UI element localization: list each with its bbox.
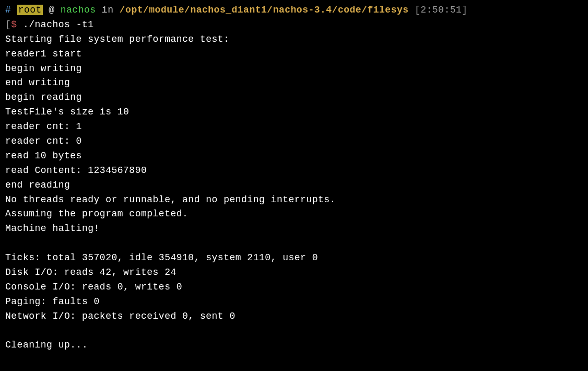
output-line: No threads ready or runnable, and no pen…: [5, 193, 583, 207]
command-dollar: $: [11, 19, 17, 30]
prompt-hash: #: [5, 5, 11, 15]
output-line: end writing: [5, 76, 583, 90]
command-line: [$ ./nachos -t1: [5, 18, 583, 32]
output-line: TestFile's size is 10: [5, 105, 583, 120]
prompt-in: in: [96, 5, 120, 15]
output-line: Machine halting!: [5, 222, 583, 236]
output-line: reader cnt: 0: [5, 134, 583, 149]
output-line: begin reading: [5, 90, 583, 105]
output-line: Network I/O: packets received 0, sent 0: [5, 309, 583, 324]
output-line: [5, 236, 583, 251]
output-block: Starting file system performance test: r…: [5, 32, 583, 353]
output-line: Disk I/O: reads 42, writes 24: [5, 265, 583, 280]
terminal-window[interactable]: # root @ nachos in /opt/module/nachos_di…: [5, 3, 583, 353]
prompt-hostname: nachos: [61, 5, 96, 15]
output-line: reader cnt: 1: [5, 120, 583, 134]
command-text: ./nachos -t1: [23, 19, 94, 30]
output-line: begin writing: [5, 62, 583, 76]
output-line: Paging: faults 0: [5, 295, 583, 309]
output-line: Cleaning up...: [5, 338, 583, 353]
output-line: Ticks: total 357020, idle 354910, system…: [5, 251, 583, 265]
output-line: Console I/O: reads 0, writes 0: [5, 280, 583, 295]
output-line: Assuming the program completed.: [5, 207, 583, 222]
prompt-lbracket: [: [409, 5, 421, 15]
output-line: reader1 start: [5, 47, 583, 62]
prompt-timestamp: 2:50:51: [420, 5, 462, 15]
command-space: [17, 19, 23, 30]
prompt-path: /opt/module/nachos_dianti/nachos-3.4/cod…: [120, 5, 409, 15]
output-line: [5, 324, 583, 339]
prompt-user: root: [17, 5, 43, 15]
prompt-line: # root @ nachos in /opt/module/nachos_di…: [5, 3, 583, 18]
output-line: end reading: [5, 178, 583, 193]
prompt-at: @: [43, 5, 61, 15]
output-line: read 10 bytes: [5, 149, 583, 164]
output-line: read Content: 1234567890: [5, 164, 583, 178]
output-line: Starting file system performance test:: [5, 32, 583, 47]
prompt-rbracket: ]: [462, 5, 467, 15]
command-lbracket: [: [5, 19, 11, 30]
